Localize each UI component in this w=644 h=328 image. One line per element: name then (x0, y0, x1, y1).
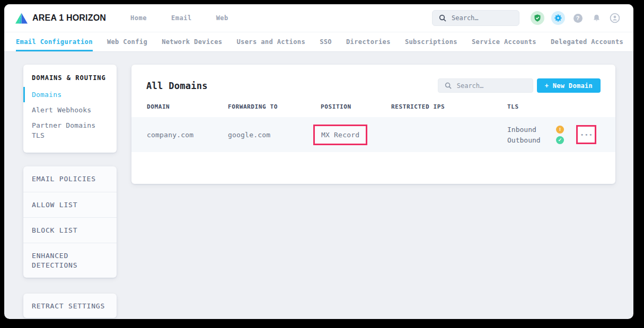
tls-outbound: Outbound ✓ (507, 136, 615, 144)
tab-users-and-actions[interactable]: Users and Actions (237, 32, 306, 51)
tab-directories[interactable]: Directories (346, 32, 391, 51)
actions-highlight-box: ••• (576, 125, 596, 144)
all-domains-panel: All Domains + New Domain DOMAIN F (131, 65, 615, 184)
sidebar-item-domains[interactable]: Domains (23, 87, 117, 102)
panel-header-actions: + New Domain (438, 78, 601, 93)
sidebar: DOMAINS & ROUTING Domains Alert Webhooks… (23, 65, 117, 318)
config-tabs: Email Configuration Web Config Network D… (4, 32, 633, 52)
tab-web-config[interactable]: Web Config (107, 32, 147, 51)
brand-title: AREA 1 HORIZON (32, 13, 106, 23)
sidebar-item-partner-domains-tls[interactable]: Partner Domains TLS (23, 118, 117, 143)
sidebar-section-title: DOMAINS & ROUTING (23, 73, 117, 87)
top-bar: AREA 1 HORIZON Home Email Web (4, 4, 633, 32)
column-header-restricted-ips: RESTRICTED IPS (391, 103, 507, 110)
top-bar-right: ? (432, 10, 621, 26)
gear-icon[interactable] (551, 11, 565, 25)
panel-header: All Domains + New Domain (131, 65, 615, 103)
domain-search-input[interactable] (457, 82, 526, 90)
global-search[interactable] (432, 10, 519, 26)
column-header-forwarding-to: FORWARDING TO (228, 103, 321, 110)
sidebar-item-allow-list[interactable]: ALLOW LIST (23, 192, 117, 217)
sidebar-item-enhanced-detections[interactable]: ENHANCED DETECTIONS (23, 243, 117, 278)
user-icon[interactable] (609, 12, 621, 24)
bell-icon[interactable] (590, 12, 602, 24)
sidebar-item-alert-webhooks[interactable]: Alert Webhooks (23, 102, 117, 118)
domain-search[interactable] (438, 78, 533, 93)
content-area: DOMAINS & ROUTING Domains Alert Webhooks… (4, 52, 633, 318)
brand[interactable]: AREA 1 HORIZON (15, 12, 106, 24)
position-cell: MX Record (321, 125, 391, 145)
warning-icon: ! (556, 126, 564, 134)
position-highlight-box: MX Record (313, 125, 367, 145)
forwarding-to-cell: google.com (228, 131, 321, 139)
domains-routing-card: DOMAINS & ROUTING Domains Alert Webhooks… (23, 65, 117, 153)
tls-cell: Inbound ! Outbound ✓ (507, 126, 615, 144)
column-header-tls: TLS (507, 103, 615, 110)
global-search-input[interactable] (452, 14, 513, 22)
table-header: DOMAIN FORWARDING TO POSITION RESTRICTED… (131, 103, 615, 117)
column-header-position: POSITION (321, 103, 391, 110)
tab-network-devices[interactable]: Network Devices (162, 32, 222, 51)
shield-check-icon[interactable] (531, 11, 544, 25)
help-icon[interactable]: ? (572, 12, 584, 24)
table-row[interactable]: company.com google.com MX Record Inbound… (131, 117, 615, 152)
column-header-domain: DOMAIN (147, 103, 228, 110)
row-actions-button[interactable]: ••• (578, 127, 595, 143)
nav-email[interactable]: Email (171, 14, 192, 22)
page-title: All Domains (146, 81, 208, 91)
check-icon: ✓ (556, 136, 564, 144)
domain-cell: company.com (147, 131, 228, 139)
app-window: AREA 1 HORIZON Home Email Web (4, 4, 633, 319)
sidebar-item-email-policies[interactable]: EMAIL POLICIES (23, 166, 117, 192)
search-icon (439, 14, 446, 22)
new-domain-button[interactable]: + New Domain (537, 78, 601, 93)
tab-sso[interactable]: SSO (320, 32, 332, 51)
sidebar-item-retract-settings[interactable]: RETRACT SETTINGS (23, 294, 117, 318)
sidebar-item-block-list[interactable]: BLOCK LIST (23, 217, 117, 243)
search-icon (445, 82, 452, 89)
brand-logo-icon (15, 12, 28, 24)
top-nav: Home Email Web (130, 14, 228, 22)
nav-home[interactable]: Home (130, 14, 147, 22)
tls-inbound: Inbound ! (507, 126, 615, 134)
tab-email-configuration[interactable]: Email Configuration (16, 32, 93, 51)
tab-subscriptions[interactable]: Subscriptions (405, 32, 457, 51)
tab-delegated-accounts[interactable]: Delegated Accounts (551, 32, 623, 51)
nav-web[interactable]: Web (216, 14, 228, 22)
policy-sections-card: EMAIL POLICIES ALLOW LIST BLOCK LIST ENH… (23, 166, 117, 278)
tab-service-accounts[interactable]: Service Accounts (472, 32, 536, 51)
